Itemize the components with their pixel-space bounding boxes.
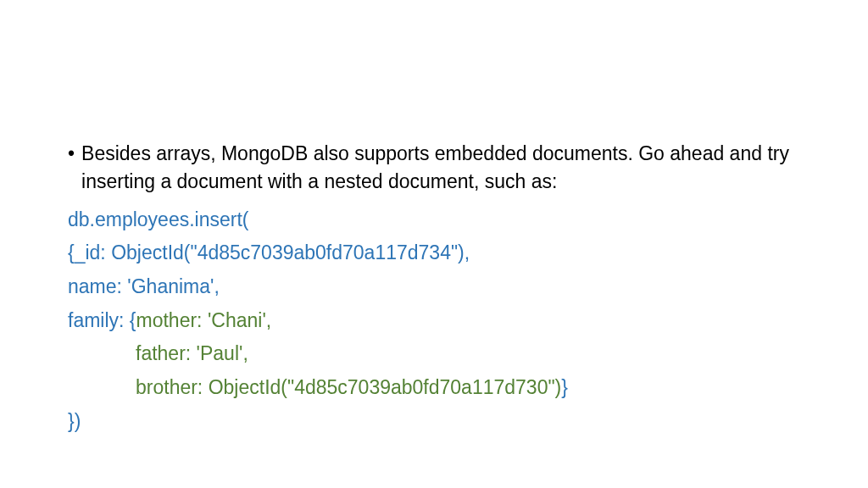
bullet-text: Besides arrays, MongoDB also supports em…: [81, 140, 800, 197]
code-line-5: father: 'Paul',: [68, 339, 800, 369]
bullet-item: • Besides arrays, MongoDB also supports …: [68, 140, 800, 197]
code-line-7: }): [68, 407, 800, 437]
code-line-1: db.employees.insert(: [68, 205, 800, 236]
code-line-6-blue: }: [561, 376, 568, 398]
code-line-4: family: {mother: 'Chani',: [68, 306, 800, 336]
code-line-6-green: brother: ObjectId("4d85c7039ab0fd70a117d…: [136, 376, 561, 398]
code-line-2: {_id: ObjectId("4d85c7039ab0fd70a117d734…: [68, 238, 800, 269]
code-line-4-blue: family: {: [68, 309, 136, 331]
code-line-3: name: 'Ghanima',: [68, 272, 800, 302]
code-line-4-green: mother: 'Chani',: [136, 309, 272, 331]
code-line-6: brother: ObjectId("4d85c7039ab0fd70a117d…: [68, 373, 800, 403]
bullet-icon: •: [68, 140, 75, 197]
